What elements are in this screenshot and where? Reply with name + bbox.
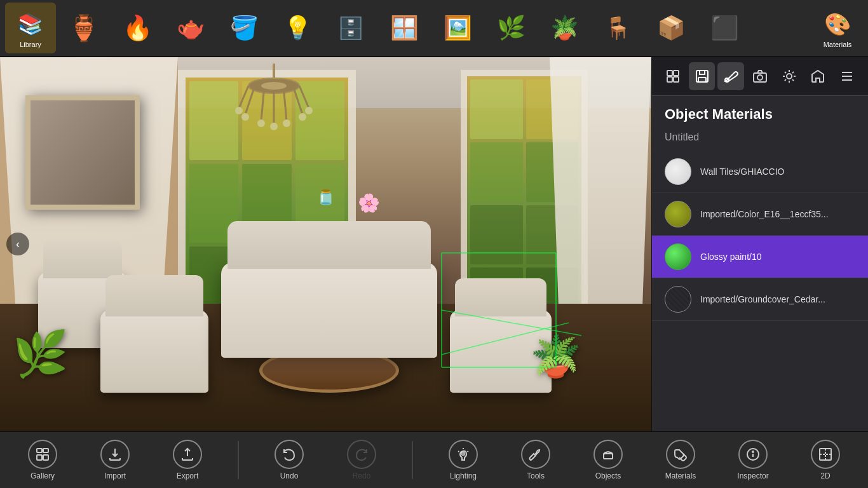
main-area: 🌿 🌸 🫙 (0, 57, 868, 431)
lighting-icon (449, 440, 478, 469)
svg-line-52 (458, 451, 459, 452)
svg-rect-23 (667, 71, 672, 76)
lighting-label: Lighting (450, 471, 477, 480)
svg-rect-53 (604, 454, 613, 459)
import-label: Import (104, 471, 126, 480)
toolbar-item-plant2[interactable]: 🪴 (539, 3, 590, 53)
materials-bottom-icon (666, 440, 695, 469)
table-icon: 🪑 (601, 11, 634, 44)
undo-label: Undo (280, 471, 299, 480)
svg-point-16 (261, 82, 287, 90)
svg-rect-29 (698, 78, 706, 82)
tools-label: Tools (527, 471, 545, 480)
panel-paint-btn[interactable] (717, 62, 744, 90)
toolbar-item-box[interactable]: 📦 (646, 3, 696, 53)
objects-label: Objects (595, 471, 621, 480)
toolbar-item-library-label: Library (20, 41, 41, 48)
toolbar-item-library[interactable]: 📚 Library (5, 3, 56, 53)
panel-camera-btn[interactable] (747, 62, 773, 90)
bottom-export-btn[interactable]: Export (165, 435, 210, 485)
bottom-2d-btn[interactable]: 2D (803, 435, 848, 485)
right-panel: Object Materials Untitled Wall Tiles/GHI… (651, 57, 868, 431)
bottom-inspector-btn[interactable]: Inspector (731, 435, 775, 485)
painting-icon: 🖼️ (441, 11, 474, 44)
platform-icon: ⬛ (708, 11, 741, 44)
svg-point-10 (305, 107, 313, 114)
panel-list-btn[interactable] (834, 62, 860, 90)
svg-rect-25 (667, 77, 672, 82)
svg-rect-45 (37, 449, 42, 452)
material-item-groundcover[interactable]: Imported/Groundcover_Cedar... (652, 278, 868, 321)
bottom-tools-btn[interactable]: Tools (513, 435, 558, 485)
redo-label: Redo (353, 471, 371, 480)
bottom-import-btn[interactable]: Import (93, 435, 137, 485)
bottom-materials-btn[interactable]: Materials (658, 435, 703, 485)
panel-title: Object Materials (652, 96, 868, 129)
toolbar-item-curtains[interactable]: 🪟 (379, 3, 430, 53)
sofa-area: 🌸 🫙 (221, 262, 437, 393)
material-item-glossy-paint[interactable]: Glossy paint/10 (652, 236, 868, 278)
bottom-sep-2 (412, 441, 413, 479)
materials-bottom-label: Materials (665, 471, 696, 480)
bottom-lighting-btn[interactable]: Lighting (441, 435, 485, 485)
material-list[interactable]: Wall Tiles/GHIACCIO Imported/Color_E16__… (652, 151, 868, 431)
gallery-label: Gallery (31, 471, 55, 480)
bottom-undo-btn[interactable]: Undo (267, 435, 311, 485)
material-item-wall-tiles[interactable]: Wall Tiles/GHIACCIO (652, 151, 868, 193)
panel-settings-btn[interactable] (660, 62, 686, 90)
toolbar-item-plant1[interactable]: 🌿 (485, 3, 536, 53)
svg-rect-26 (674, 77, 679, 82)
svg-rect-24 (674, 71, 679, 76)
tools-icon (521, 440, 550, 469)
panel-home-btn[interactable] (805, 62, 832, 90)
material-name-glossy-paint: Glossy paint/10 (700, 252, 855, 262)
svg-point-11 (241, 113, 249, 121)
armchair-front-left (100, 310, 208, 393)
bottom-gallery-btn[interactable]: Gallery (20, 435, 65, 485)
toolbar-item-materials[interactable]: 🎨 Materials (812, 3, 863, 53)
toolbar-item-jug[interactable]: 🪣 (219, 3, 269, 53)
svg-point-12 (299, 113, 306, 121)
export-icon (173, 440, 202, 469)
svg-line-39 (792, 79, 794, 81)
toolbar-item-lamp[interactable]: 💡 (272, 3, 323, 53)
panel-icons (652, 57, 868, 96)
svg-line-41 (785, 79, 786, 81)
svg-line-40 (792, 72, 794, 73)
material-name-wall-tiles: Wall Tiles/GHIACCIO (700, 166, 855, 177)
cabinet-icon: 🗄️ (334, 11, 367, 44)
bottom-redo-btn[interactable]: Redo (339, 435, 384, 485)
material-swatch-glossy-paint (665, 243, 691, 270)
chandelier (226, 64, 322, 152)
panel-save-btn[interactable] (689, 62, 715, 90)
viewport[interactable]: 🌿 🌸 🫙 (0, 57, 651, 431)
svg-point-33 (787, 74, 792, 79)
bottom-objects-btn[interactable]: Objects (586, 435, 630, 485)
main-sofa: 🌸 (221, 262, 437, 358)
svg-point-58 (752, 451, 754, 452)
toolbar-item-painting[interactable]: 🖼️ (432, 3, 483, 53)
lamp-icon: 💡 (281, 11, 314, 44)
gallery-icon (28, 440, 57, 469)
material-name-imported-color: Imported/Color_E16__1eccf35... (700, 209, 855, 219)
nav-arrow-left[interactable]: ‹ (6, 233, 29, 255)
toolbar-item-table[interactable]: 🪑 (592, 3, 643, 53)
export-label: Export (177, 471, 199, 480)
material-item-imported-color[interactable]: Imported/Color_E16__1eccf35... (652, 193, 868, 236)
plant2-icon: 🪴 (548, 11, 581, 44)
material-swatch-groundcover (665, 286, 691, 313)
toolbar-item-platform[interactable]: ⬛ (699, 3, 750, 53)
panel-light-btn[interactable] (776, 62, 803, 90)
inspector-icon (738, 440, 768, 469)
teapot-icon: 🫖 (174, 11, 207, 44)
toolbar-item-cabinet[interactable]: 🗄️ (325, 3, 376, 53)
toolbar-item-fireplace[interactable]: 🔥 (112, 3, 163, 53)
panel-subtitle: Untitled (652, 129, 868, 151)
svg-line-3 (299, 86, 309, 108)
svg-rect-48 (43, 455, 48, 460)
2d-label: 2D (820, 471, 830, 480)
svg-point-13 (257, 119, 265, 127)
toolbar-item-vase[interactable]: 🏺 (58, 3, 109, 53)
vase-icon: 🏺 (67, 11, 100, 44)
toolbar-item-teapot[interactable]: 🫖 (165, 3, 216, 53)
